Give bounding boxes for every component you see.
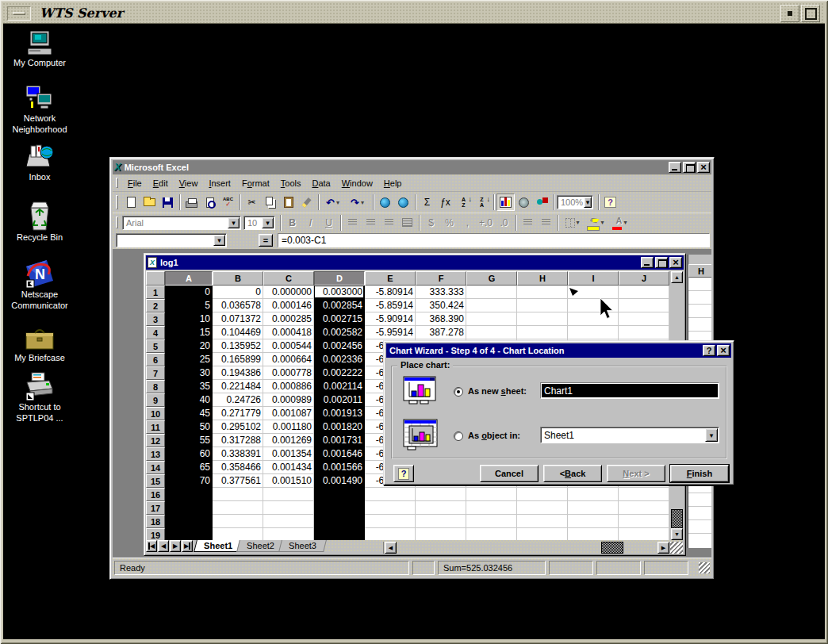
increase-indent-button[interactable]	[537, 214, 555, 232]
cell-C6[interactable]: 0.000664	[263, 353, 314, 366]
object-in-select[interactable]: Sheet1	[540, 427, 719, 443]
dialog-close-icon[interactable]	[717, 345, 730, 356]
cell-C12[interactable]: 0.001269	[263, 434, 314, 447]
select-all-corner[interactable]	[146, 271, 165, 286]
row-header-13[interactable]: 13	[146, 447, 165, 461]
equals-button[interactable]: =	[259, 234, 273, 247]
cell-B9[interactable]: 0.24726	[213, 393, 263, 407]
font-name-select[interactable]: Arial	[122, 216, 241, 230]
cell-I3[interactable]	[568, 312, 619, 326]
cell-A7[interactable]: 30	[165, 366, 213, 380]
cell-H1[interactable]	[517, 286, 568, 299]
cell-H16[interactable]	[517, 488, 568, 501]
name-box[interactable]	[116, 233, 227, 247]
font-name-dropdown-icon[interactable]	[228, 217, 240, 228]
cell-E18[interactable]	[365, 515, 416, 528]
toolbar-grip[interactable]	[116, 178, 118, 188]
cell-J4[interactable]	[619, 326, 669, 339]
comma-style-button[interactable]: ,	[458, 214, 477, 232]
cell-J1[interactable]	[619, 286, 669, 299]
cell-F2[interactable]: 350.424	[416, 299, 466, 312]
column-header-b[interactable]: B	[213, 271, 263, 286]
cell-A1[interactable]: 0	[165, 286, 213, 299]
cell-E2[interactable]: -5.85914	[365, 299, 416, 312]
cell-C11[interactable]: 0.001180	[263, 420, 314, 434]
cell-H3[interactable]	[517, 312, 568, 326]
maximize-button[interactable]	[801, 5, 820, 22]
merge-and-center-button[interactable]	[398, 214, 416, 232]
menu-tools[interactable]: Tools	[275, 176, 307, 190]
row-header-1[interactable]: 1	[146, 286, 165, 299]
row-header-2[interactable]: 2	[146, 299, 165, 312]
cell-A19[interactable]	[165, 528, 213, 540]
map-button[interactable]	[515, 194, 533, 211]
menu-data[interactable]: Data	[306, 176, 335, 190]
cell-C7[interactable]: 0.000778	[263, 366, 314, 380]
menu-file[interactable]: File	[122, 176, 148, 190]
cell-B13[interactable]: 0.338391	[213, 447, 263, 461]
cell-D17[interactable]	[314, 501, 365, 515]
cell-C2[interactable]: 0.000146	[263, 299, 314, 312]
scroll-right-icon[interactable]	[657, 542, 669, 554]
menu-edit[interactable]: Edit	[148, 176, 174, 190]
row-header-8[interactable]: 8	[146, 380, 165, 393]
desktop-icon-network-neighborhood[interactable]: Network Neighborhood	[5, 84, 75, 135]
finish-button[interactable]: Finish	[670, 465, 729, 482]
workbook-close-button[interactable]	[669, 257, 682, 268]
cell-B1[interactable]: 0	[213, 286, 263, 299]
scroll-down-icon[interactable]	[671, 528, 683, 540]
cell-C10[interactable]: 0.001087	[263, 407, 314, 420]
cell-B11[interactable]: 0.295102	[213, 420, 263, 434]
cancel-button[interactable]: Cancel	[480, 465, 539, 482]
as-object-in-radio[interactable]	[454, 431, 463, 441]
cell-D19[interactable]	[314, 528, 365, 540]
print-button[interactable]	[182, 194, 201, 211]
cell-A12[interactable]: 55	[165, 434, 213, 447]
first-sheet-button[interactable]	[146, 540, 157, 552]
cell-C8[interactable]: 0.000886	[263, 380, 314, 393]
desktop-icon-shortcut-sptlp04[interactable]: Shortcut to SPTLP04 ...	[5, 370, 75, 424]
cell-D13[interactable]: 0.001646	[314, 447, 365, 461]
horizontal-scrollbar[interactable]	[383, 542, 669, 554]
cell-B6[interactable]: 0.165899	[213, 353, 263, 366]
cell-E16[interactable]	[365, 488, 416, 501]
undo-button[interactable]: ↶▾	[321, 194, 346, 211]
cell-I18[interactable]	[568, 515, 619, 528]
copy-button[interactable]	[261, 194, 279, 211]
cell-F4[interactable]: 387.278	[416, 326, 466, 339]
bold-button[interactable]: B	[283, 214, 301, 232]
cell-G1[interactable]	[466, 286, 517, 299]
decrease-decimal-button[interactable]: .0	[495, 214, 513, 232]
scroll-left-icon[interactable]	[385, 542, 397, 554]
cell-J2[interactable]	[619, 299, 669, 312]
row-header-7[interactable]: 7	[146, 366, 165, 380]
cell-J17[interactable]	[619, 501, 669, 515]
sort-ascending-button[interactable]: AZ	[454, 194, 473, 211]
cell-G17[interactable]	[466, 501, 517, 515]
cell-D15[interactable]: 0.001490	[314, 474, 365, 488]
sort-descending-button[interactable]: ZA	[473, 194, 491, 211]
cell-J18[interactable]	[619, 515, 669, 528]
dropdown-arrow-icon[interactable]: ▾	[622, 215, 628, 231]
cell-G16[interactable]	[466, 488, 517, 501]
desktop-icon-my-computer[interactable]: My Computer	[5, 30, 75, 68]
cell-F3[interactable]: 368.390	[416, 312, 466, 326]
cell-B14[interactable]: 0.358466	[213, 461, 263, 474]
cell-B16[interactable]	[213, 488, 263, 501]
cell-G2[interactable]	[466, 299, 517, 312]
row-header-14[interactable]: 14	[146, 461, 165, 474]
zoom-dropdown-icon[interactable]	[584, 197, 592, 208]
cell-I17[interactable]	[568, 501, 619, 515]
tab-sheet3[interactable]: Sheet3	[278, 540, 327, 552]
column-header-j[interactable]: J	[619, 271, 669, 286]
row-header-10[interactable]: 10	[146, 407, 165, 420]
menu-help[interactable]: Help	[378, 176, 408, 190]
new-sheet-name-input[interactable]: Chart1	[540, 382, 719, 399]
formula-input[interactable]: =0.003-C1	[278, 233, 710, 247]
row-header-6[interactable]: 6	[146, 353, 165, 366]
column-header-a[interactable]: A	[165, 271, 213, 286]
cell-A17[interactable]	[165, 501, 213, 515]
cell-B8[interactable]: 0.221484	[213, 380, 263, 393]
decrease-indent-button[interactable]	[519, 214, 537, 232]
cell-J19[interactable]	[619, 528, 669, 540]
